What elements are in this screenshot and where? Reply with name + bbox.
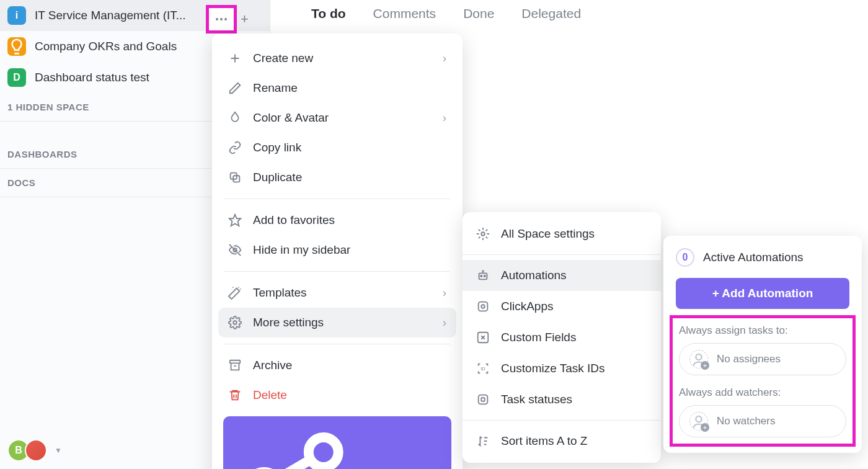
menu-hide-sidebar[interactable]: Hide in my sidebar [212,235,463,265]
tab-comments[interactable]: Comments [360,0,450,38]
svg-marker-4 [229,215,241,226]
more-settings-submenu: All Space settings Automations ClickApps… [463,212,661,463]
automations-panel: 0 Active Automations + Add Automation Al… [663,236,862,453]
menu-color-avatar[interactable]: Color & Avatar › [212,103,463,133]
menu-label: Archive [253,359,446,372]
plus-icon [228,51,242,65]
menu-more-settings[interactable]: More settings › [218,308,456,337]
submenu-custom-fields[interactable]: Custom Fields [463,322,661,353]
menu-label: Hide in my sidebar [253,243,446,257]
menu-archive[interactable]: Archive [212,351,463,380]
apps-icon [476,300,490,313]
svg-rect-19 [479,395,488,404]
tab-done[interactable]: Done [450,0,508,38]
panel-title: Active Automations [703,251,804,264]
robot-icon [476,269,490,282]
submenu-sort[interactable]: Sort items A to Z [463,426,661,457]
menu-label: Custom Fields [501,331,647,344]
divider [224,344,450,344]
chevron-right-icon: › [443,316,446,329]
assignees-selector[interactable]: + No assignees [679,343,846,375]
gear-icon [476,227,490,241]
sharing-permissions-button[interactable]: Sharing & Permissions [223,416,451,469]
status-icon [476,393,490,406]
add-space-button[interactable]: + [241,11,249,27]
tab-delegated[interactable]: Delegated [508,0,595,38]
add-automation-button[interactable]: + Add Automation [676,278,849,309]
assignees-placeholder: No assignees [717,353,781,365]
menu-rename[interactable]: Rename [212,73,463,103]
menu-create-new[interactable]: Create new › [212,43,463,73]
menu-label: Templates [253,286,432,300]
sort-icon [476,434,490,448]
droplet-icon [228,111,242,125]
divider [463,254,661,255]
menu-label: Create new [253,51,432,65]
link-icon [228,141,242,154]
menu-label: Customize Task IDs [501,362,647,375]
avatar [25,439,47,462]
menu-label: Copy link [253,141,446,154]
menu-label: Rename [253,81,446,95]
tab-todo[interactable]: To do [298,0,360,38]
menu-copy-link[interactable]: Copy link [212,133,463,163]
divider [224,271,450,272]
svg-point-14 [484,275,485,277]
chevron-right-icon: › [443,111,446,125]
menu-delete[interactable]: Delete [212,380,463,410]
svg-point-13 [480,275,482,277]
chevron-right-icon: › [443,286,446,300]
watchers-placeholder: No watchers [717,415,775,427]
svg-point-8 [309,437,339,467]
space-icon: i [7,6,26,25]
menu-label: ClickApps [501,300,647,313]
svg-point-6 [233,321,237,324]
menu-label: Automations [501,269,647,282]
ellipsis-icon [214,12,229,27]
panel-header: 0 Active Automations [676,248,849,267]
id-icon: ID [476,362,490,375]
menu-duplicate[interactable]: Duplicate [212,163,463,192]
edit-icon [476,331,490,344]
menu-label: Color & Avatar [253,111,432,125]
watchers-label: Always add watchers: [679,386,846,399]
submenu-task-statuses[interactable]: Task statuses [463,384,661,415]
menu-label: All Space settings [501,227,647,241]
chevron-down-icon[interactable]: ▼ [55,446,62,455]
watchers-selector[interactable]: + No watchers [679,405,846,437]
svg-point-16 [481,305,485,308]
svg-point-21 [696,354,701,360]
archive-icon [228,359,242,372]
menu-templates[interactable]: Templates › [212,278,463,308]
automations-count-badge: 0 [676,248,694,267]
menu-label: Delete [253,388,446,402]
divider [463,420,661,421]
submenu-clickapps[interactable]: ClickApps [463,291,661,322]
chevron-right-icon: › [443,51,446,65]
menu-label: Sort items A to Z [501,434,647,448]
svg-point-11 [481,232,485,236]
submenu-task-ids[interactable]: ID Customize Task IDs [463,353,661,384]
menu-label: Task statuses [501,393,647,406]
svg-point-22 [696,416,701,422]
submenu-automations[interactable]: Automations [463,260,661,291]
divider [224,199,450,199]
eye-off-icon [228,243,242,257]
assign-watchers-highlight: Always assign tasks to: + No assignees A… [670,315,856,447]
star-icon [228,213,242,227]
menu-label: Duplicate [253,171,446,184]
space-icon: D [7,68,26,87]
assign-label: Always assign tasks to: [679,324,846,337]
svg-rect-20 [481,398,485,401]
submenu-all-space-settings[interactable]: All Space settings [463,218,661,249]
gear-icon [228,316,242,329]
space-more-button[interactable] [206,5,237,34]
svg-rect-7 [230,360,241,364]
trash-icon [228,388,242,402]
svg-text:ID: ID [480,366,485,372]
user-add-icon: + [689,412,708,431]
space-icon [7,37,26,56]
menu-label: Add to favorites [253,213,446,227]
menu-favorites[interactable]: Add to favorites [212,205,463,235]
avatar-stack[interactable]: B [7,439,47,462]
